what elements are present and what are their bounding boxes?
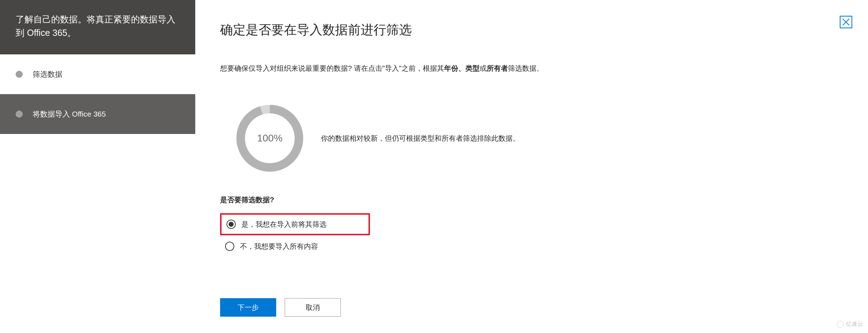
- radio-icon: [226, 220, 236, 229]
- description-text: 想要确保仅导入对组织来说最重要的数据? 请在点击"导入"之前，根据其年份、类型或…: [220, 62, 589, 74]
- page-title: 确定是否要在导入数据前进行筛选: [220, 21, 843, 39]
- wizard-sidebar: 了解自己的数据。将真正紧要的数据导入到 Office 365。 筛选数据 将数据…: [0, 0, 195, 333]
- question-label: 是否要筛选数据?: [220, 195, 843, 205]
- close-button[interactable]: [838, 14, 854, 30]
- watermark: 亿速云: [837, 321, 863, 328]
- progress-note: 你的数据相对较新，但仍可根据类型和所有者筛选排除此数据。: [321, 134, 520, 143]
- watermark-icon: [837, 321, 844, 328]
- progress-row: 100% 你的数据相对较新，但仍可根据类型和所有者筛选排除此数据。: [234, 103, 843, 174]
- step-label: 筛选数据: [33, 69, 62, 79]
- progress-donut: 100%: [234, 103, 305, 174]
- cancel-button[interactable]: 取消: [285, 298, 341, 317]
- step-label: 将数据导入 Office 365: [33, 109, 106, 119]
- sidebar-header: 了解自己的数据。将真正紧要的数据导入到 Office 365。: [0, 0, 195, 54]
- radio-label: 不，我想要导入所有内容: [240, 242, 318, 251]
- radio-option-yes[interactable]: 是，我想在导入前将其筛选: [220, 213, 370, 235]
- sidebar-step-filter[interactable]: 筛选数据: [0, 54, 195, 94]
- sidebar-step-import[interactable]: 将数据导入 Office 365: [0, 94, 195, 134]
- button-row: 下一步 取消: [220, 298, 341, 317]
- radio-option-no[interactable]: 不，我想要导入所有内容: [220, 235, 843, 257]
- radio-icon: [225, 242, 234, 251]
- step-circle-icon: [16, 71, 23, 78]
- next-button[interactable]: 下一步: [220, 298, 276, 317]
- main-panel: 确定是否要在导入数据前进行筛选 想要确保仅导入对组织来说最重要的数据? 请在点击…: [195, 0, 868, 333]
- progress-percent-text: 100%: [257, 133, 283, 144]
- step-circle-icon: [16, 111, 23, 118]
- radio-group-filter: 是，我想在导入前将其筛选 不，我想要导入所有内容: [220, 213, 843, 257]
- radio-label: 是，我想在导入前将其筛选: [241, 220, 327, 229]
- close-icon: [840, 16, 852, 28]
